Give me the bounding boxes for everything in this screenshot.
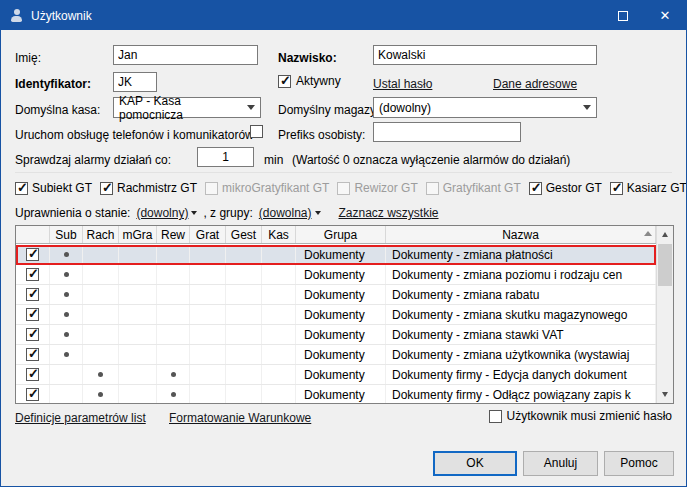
row-checkbox[interactable]	[26, 308, 39, 321]
module-label: Subiekt GT	[32, 181, 92, 195]
cell-rach	[83, 285, 119, 304]
must-change-password-item[interactable]: Użytkownik musi zmienić hasło	[489, 409, 672, 423]
row-checkbox[interactable]	[26, 268, 39, 281]
table-scrollbar[interactable]	[656, 226, 673, 403]
module-checkbox-item[interactable]: Rewizor GT	[337, 181, 417, 195]
cell-mgra	[119, 265, 157, 284]
cell-gest	[226, 365, 262, 384]
definicje-parametrow-link[interactable]: Definicje parametrów list	[15, 411, 146, 425]
module-checkbox-item[interactable]: Kasiarz GT	[610, 181, 687, 195]
nazwisko-label: Nazwisko:	[278, 51, 337, 65]
module-checkbox[interactable]	[15, 182, 28, 195]
prefiks-input[interactable]	[373, 122, 521, 142]
aktywny-checkbox[interactable]	[278, 75, 291, 88]
module-checkbox-item[interactable]: Gestor GT	[529, 181, 602, 195]
module-checkbox[interactable]	[337, 182, 350, 195]
imie-input[interactable]	[113, 45, 258, 65]
titlebar[interactable]: Użytkownik ✕	[1, 1, 686, 30]
permission-dot	[98, 392, 103, 397]
sort-ascending-icon	[644, 231, 652, 236]
domyslny-magazyn-label: Domyślny magazyn:	[278, 103, 386, 117]
cell-grupa: Dokumenty	[296, 325, 386, 344]
scrollbar-thumb[interactable]	[658, 244, 672, 286]
alarmy-note: (Wartość 0 oznacza wyłączenie alarmów do…	[292, 153, 570, 167]
cell-mgra	[119, 245, 157, 264]
cell-grupa: Dokumenty	[296, 345, 386, 364]
nazwisko-input[interactable]	[373, 45, 597, 65]
module-checkbox[interactable]	[610, 182, 623, 195]
ustal-haslo-link[interactable]: Ustal hasło	[373, 77, 432, 91]
table-row[interactable]: Dokumenty Dokumenty - zmiana rabatu	[16, 285, 656, 305]
cell-rach	[83, 345, 119, 364]
column-header-grat[interactable]: Grat	[190, 226, 226, 243]
aktywny-checkbox-item[interactable]: Aktywny	[278, 74, 341, 88]
module-checkbox[interactable]	[529, 182, 542, 195]
column-header-mgra[interactable]: mGra	[119, 226, 157, 243]
scroll-up-button[interactable]	[657, 226, 673, 243]
column-header-grupa[interactable]: Grupa	[296, 226, 386, 243]
ok-button[interactable]: OK	[433, 451, 517, 476]
window-title: Użytkownik	[31, 9, 92, 23]
column-header-sub[interactable]: Sub	[50, 226, 83, 243]
dane-adresowe-link[interactable]: Dane adresowe	[493, 77, 577, 91]
table-row[interactable]: Dokumenty Dokumenty - zmiana poziomu i r…	[16, 265, 656, 285]
alarmy-input[interactable]	[197, 147, 254, 167]
column-header-kas[interactable]: Kas	[262, 226, 296, 243]
table-row[interactable]: Dokumenty Dokumenty firmy - Odłącz powią…	[16, 385, 656, 403]
cell-nazwa: Dokumenty firmy - Edycja danych dokument	[386, 365, 656, 384]
close-button[interactable]: ✕	[644, 1, 686, 30]
cell-rach	[83, 325, 119, 344]
table-row[interactable]: Dokumenty Dokumenty firmy - Edycja danyc…	[16, 365, 656, 385]
row-checkbox[interactable]	[26, 388, 39, 401]
table-row[interactable]: Dokumenty Dokumenty - zmiana użytkownika…	[16, 345, 656, 365]
column-header-rew[interactable]: Rew	[157, 226, 190, 243]
cell-nazwa: Dokumenty - zmiana poziomu i rodzaju cen	[386, 265, 656, 284]
telefony-checkbox[interactable]	[250, 125, 263, 138]
module-checkbox-item[interactable]: mikroGratyfikant GT	[205, 181, 329, 195]
column-header-nazwa[interactable]: Nazwa	[386, 226, 656, 243]
row-checkbox[interactable]	[26, 248, 39, 261]
row-checkbox[interactable]	[26, 328, 39, 341]
module-checkbox-item[interactable]: Subiekt GT	[15, 181, 92, 195]
module-checkbox[interactable]	[100, 182, 113, 195]
must-change-password-checkbox[interactable]	[489, 410, 502, 423]
z-grupy-label: , z grupy:	[203, 206, 252, 220]
cell-sub	[50, 325, 83, 344]
domyslna-kasa-select[interactable]: KAP - Kasa pomocnicza	[113, 97, 261, 118]
module-label: Gestor GT	[546, 181, 602, 195]
window-icon	[9, 8, 24, 23]
module-checkbox-item[interactable]: Rachmistrz GT	[100, 181, 197, 195]
formatowanie-warunkowe-link[interactable]: Formatowanie Warunkowe	[169, 411, 311, 425]
table-row[interactable]: Dokumenty Dokumenty - zmiana płatności	[16, 245, 656, 265]
row-checkbox[interactable]	[26, 288, 39, 301]
column-header-rach[interactable]: Rach	[83, 226, 119, 243]
module-checkbox[interactable]	[426, 182, 439, 195]
cell-rew	[157, 385, 190, 403]
table-row[interactable]: Dokumenty Dokumenty - zmiana stawki VAT	[16, 325, 656, 345]
grupa-filter-link[interactable]: (dowolna)	[259, 206, 312, 220]
row-checkbox[interactable]	[26, 368, 39, 381]
permission-dot	[64, 272, 69, 277]
pomoc-button[interactable]: Pomoc	[604, 451, 674, 476]
cell-gest	[226, 265, 262, 284]
maximize-button[interactable]	[602, 1, 644, 30]
zaznacz-wszystkie-link[interactable]: Zaznacz wszystkie	[339, 206, 439, 220]
uprawnienia-label: Uprawnienia o stanie:	[15, 206, 130, 220]
module-label: Rachmistrz GT	[117, 181, 197, 195]
column-header-gest[interactable]: Gest	[226, 226, 262, 243]
table-row[interactable]: Dokumenty Dokumenty - zmiana skutku maga…	[16, 305, 656, 325]
column-header-check[interactable]	[16, 226, 50, 243]
scroll-down-button[interactable]	[657, 386, 673, 403]
cell-gest	[226, 325, 262, 344]
domyslny-magazyn-select[interactable]: (dowolny)	[373, 97, 597, 118]
maximize-icon	[618, 11, 628, 21]
row-checkbox[interactable]	[26, 348, 39, 361]
module-checkbox-item[interactable]: Gratyfikant GT	[426, 181, 521, 195]
module-checkbox[interactable]	[205, 182, 218, 195]
permission-dot	[64, 332, 69, 337]
identyfikator-input[interactable]	[113, 72, 157, 92]
permissions-filter-bar: Uprawnienia o stanie: (dowolny) , z grup…	[15, 206, 439, 220]
anuluj-button[interactable]: Anuluj	[523, 451, 598, 476]
stan-filter-link[interactable]: (dowolny)	[136, 206, 188, 220]
chevron-down-icon	[247, 105, 255, 110]
